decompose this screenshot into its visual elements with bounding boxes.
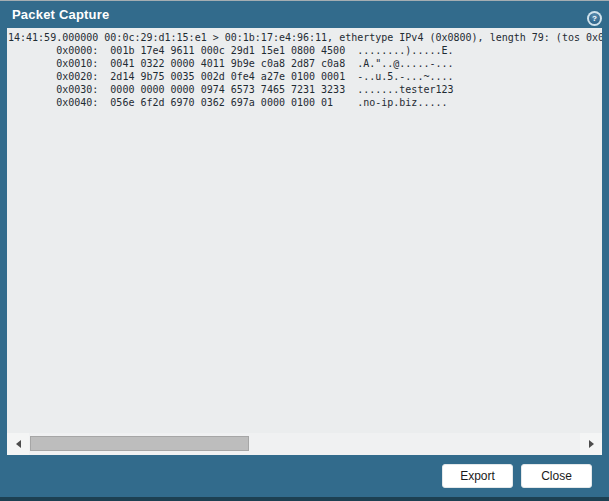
horizontal-scrollbar[interactable] [7,433,602,455]
right-arrow-icon [589,440,594,448]
window-bottom-edge [0,497,609,501]
scrollbar-thumb[interactable] [30,436,249,451]
close-button[interactable]: Close [521,464,592,488]
packet-dump-panel: 14:41:59.000000 00:0c:29:d1:15:e1 > 00:1… [7,28,602,433]
scroll-left-button[interactable] [7,433,29,455]
help-icon[interactable]: ? [587,11,602,26]
dialog-window: { "dialog": { "title": "Packet Capture",… [0,0,609,501]
packet-dump-text: 14:41:59.000000 00:0c:29:d1:15:e1 > 00:1… [7,28,602,109]
scroll-right-button[interactable] [580,433,602,455]
dialog-title: Packet Capture [12,1,109,28]
question-mark-glyph: ? [589,13,600,24]
left-arrow-icon [16,440,21,448]
button-bar: Export Close [0,455,609,497]
export-button[interactable]: Export [442,464,513,488]
title-bar: Packet Capture ? [0,1,609,28]
